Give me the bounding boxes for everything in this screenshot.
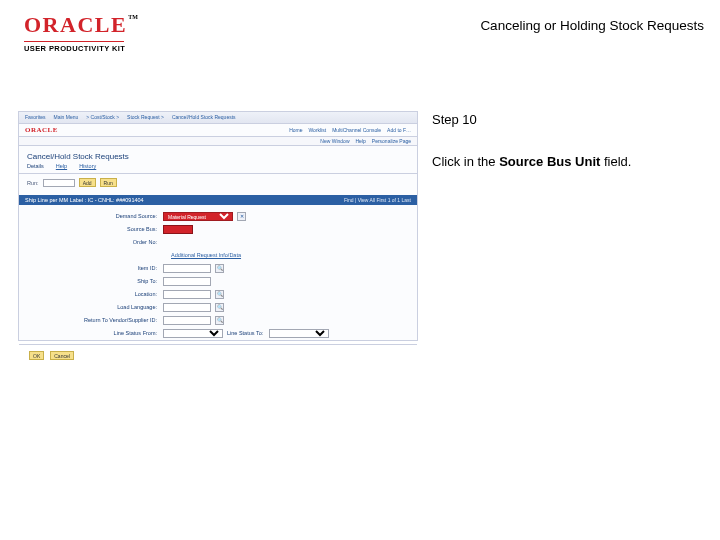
header-link-addto[interactable]: Add to F… bbox=[387, 127, 411, 133]
document-header: ORACLE TM USER PRODUCTIVITY KIT Cancelin… bbox=[0, 0, 720, 53]
header-link-worklist[interactable]: Worklist bbox=[308, 127, 326, 133]
run-button[interactable]: Run bbox=[100, 178, 117, 187]
demand-source-select[interactable]: Material Request bbox=[163, 212, 233, 221]
app-subbar: New Window Help Personalize Page bbox=[19, 136, 417, 146]
run-label: Run: bbox=[27, 180, 39, 186]
breadcrumb-item[interactable]: Cancel/Hold Stock Requests bbox=[172, 114, 236, 121]
ok-button[interactable]: OK bbox=[29, 351, 44, 360]
source-bus-unit-label: Source Bus: bbox=[79, 226, 159, 232]
add-button[interactable]: Add bbox=[79, 178, 96, 187]
item-id-label: Item ID: bbox=[79, 265, 159, 271]
app-header-links: Home Worklist MultiChannel Console Add t… bbox=[289, 127, 411, 133]
header-link-home[interactable]: Home bbox=[289, 127, 302, 133]
oracle-mini-logo: ORACLE bbox=[25, 126, 58, 134]
return-vendor-label: Return To Vendor/Supplier ID: bbox=[79, 317, 159, 323]
form-button-row: OK Cancel bbox=[19, 344, 417, 366]
oracle-logo-block: ORACLE TM USER PRODUCTIVITY KIT bbox=[24, 12, 138, 53]
cancel-button[interactable]: Cancel bbox=[50, 351, 74, 360]
document-title: Canceling or Holding Stock Requests bbox=[480, 18, 704, 33]
app-tabs: Details Help History bbox=[19, 161, 417, 174]
oracle-logo-text: ORACLE bbox=[24, 12, 127, 38]
tab-history[interactable]: History bbox=[79, 163, 96, 169]
instruction-bold: Source Bus Unit bbox=[499, 154, 600, 169]
lookup-icon[interactable]: 🔍 bbox=[215, 303, 224, 312]
subbar-link[interactable]: New Window bbox=[320, 138, 349, 144]
panel-utils[interactable]: Find | View All First 1 of 1 Last bbox=[344, 197, 411, 203]
instruction-before: Click in the bbox=[432, 154, 499, 169]
panel-title-row: Ship Line per MM Label : IC - CNHL: ###0… bbox=[19, 195, 417, 205]
run-control-row: Run: Add Run bbox=[19, 174, 417, 193]
lookup-icon[interactable]: 🔍 bbox=[215, 264, 224, 273]
app-title-row: ORACLE Home Worklist MultiChannel Consol… bbox=[19, 124, 417, 136]
line-status-to-select[interactable] bbox=[269, 329, 329, 338]
return-vendor-input[interactable] bbox=[163, 316, 211, 325]
subbar-link[interactable]: Help bbox=[356, 138, 366, 144]
line-status-from-label: Line Status From: bbox=[79, 330, 159, 336]
location-label: Location: bbox=[79, 291, 159, 297]
app-page-title: Cancel/Hold Stock Requests bbox=[19, 146, 417, 161]
instruction-text: Click in the Source Bus Unit field. bbox=[432, 153, 704, 171]
embedded-screenshot: Favorites Main Menu > Cost/Stock > Stock… bbox=[18, 111, 418, 341]
tab-help[interactable]: Help bbox=[56, 163, 67, 169]
ship-to-label: Ship To: bbox=[79, 278, 159, 284]
sched-lang-label: Load Language: bbox=[79, 304, 159, 310]
breadcrumb-item[interactable]: Main Menu bbox=[54, 114, 79, 121]
app-breadcrumb-bar: Favorites Main Menu > Cost/Stock > Stock… bbox=[19, 112, 417, 124]
subbar-link[interactable]: Personalize Page bbox=[372, 138, 411, 144]
breadcrumb-item[interactable]: Stock Request > bbox=[127, 114, 164, 121]
demand-source-label: Demand Source: bbox=[79, 213, 159, 219]
line-status-from-select[interactable] bbox=[163, 329, 223, 338]
item-id-input[interactable] bbox=[163, 264, 211, 273]
header-link-console[interactable]: MultiChannel Console bbox=[332, 127, 381, 133]
lookup-icon[interactable]: 🔍 bbox=[215, 316, 224, 325]
instruction-after: field. bbox=[600, 154, 631, 169]
breadcrumb-item[interactable]: > Cost/Stock > bbox=[86, 114, 119, 121]
breadcrumb-item[interactable]: Favorites bbox=[25, 114, 46, 121]
request-form: Demand Source: Material Request ✕ Source… bbox=[19, 205, 417, 344]
panel-title: Ship Line per MM Label : IC - CNHL: ###0… bbox=[25, 197, 144, 203]
instructions-column: Step 10 Click in the Source Bus Unit fie… bbox=[432, 111, 704, 341]
lookup-icon[interactable]: ✕ bbox=[237, 212, 246, 221]
ship-to-input[interactable] bbox=[163, 277, 211, 286]
sched-lang-input[interactable] bbox=[163, 303, 211, 312]
oracle-logo: ORACLE TM bbox=[24, 12, 138, 38]
upk-subtitle: USER PRODUCTIVITY KIT bbox=[24, 44, 138, 53]
logo-underline bbox=[24, 41, 124, 42]
oracle-application: Favorites Main Menu > Cost/Stock > Stock… bbox=[18, 111, 418, 341]
run-input[interactable] bbox=[43, 179, 75, 187]
location-input[interactable] bbox=[163, 290, 211, 299]
line-status-to-label: Line Status To: bbox=[227, 330, 265, 336]
step-label: Step 10 bbox=[432, 111, 704, 129]
order-no-label: Order No: bbox=[79, 239, 159, 245]
additional-info-link[interactable]: Additional Request Info/Data bbox=[171, 252, 241, 258]
oracle-logo-tm: TM bbox=[128, 14, 138, 20]
lookup-icon[interactable]: 🔍 bbox=[215, 290, 224, 299]
source-bus-unit-field[interactable] bbox=[163, 225, 193, 234]
tab-details[interactable]: Details bbox=[27, 163, 44, 169]
